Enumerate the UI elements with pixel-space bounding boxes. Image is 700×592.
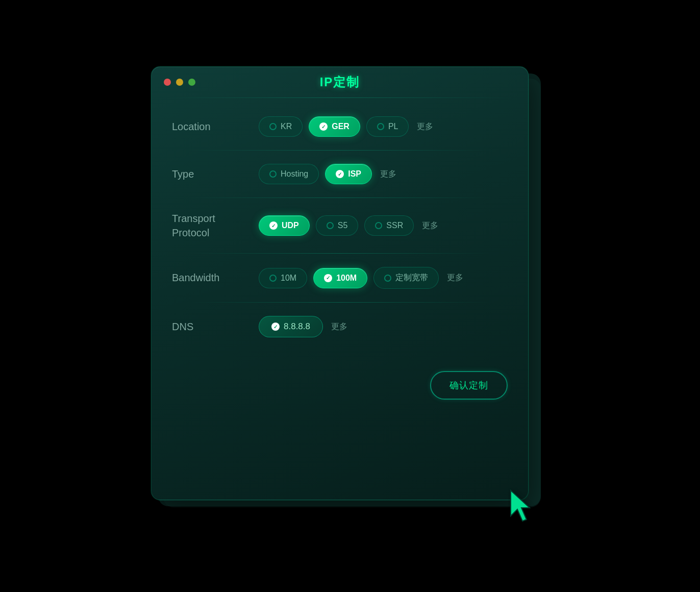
check-icon (269, 221, 278, 230)
location-kr-button[interactable]: KR (259, 116, 303, 137)
titlebar: IP定制 (152, 67, 528, 97)
dns-value-button[interactable]: 8.8.8.8 (259, 316, 323, 337)
type-isp-button[interactable]: ISP (325, 164, 372, 184)
window-title: IP定制 (320, 74, 360, 90)
bandwidth-100m-button[interactable]: 100M (313, 268, 367, 288)
transport-udp-label: UDP (282, 221, 299, 230)
type-isp-label: ISP (348, 169, 361, 179)
radio-dot (269, 170, 277, 178)
bandwidth-more[interactable]: 更多 (447, 273, 463, 283)
transport-more[interactable]: 更多 (422, 220, 438, 231)
transport-s5-label: S5 (338, 221, 348, 230)
location-ger-label: GER (332, 122, 349, 131)
bandwidth-label: Bandwidth (172, 272, 248, 284)
location-kr-label: KR (281, 122, 292, 131)
location-options: KR GER PL 更多 (259, 116, 433, 137)
bandwidth-options: 10M 100M 定制宽带 更多 (259, 267, 463, 289)
location-pl-button[interactable]: PL (366, 116, 409, 137)
type-hosting-label: Hosting (281, 169, 308, 179)
location-ger-button[interactable]: GER (309, 116, 360, 137)
maximize-button[interactable] (188, 79, 195, 86)
transport-udp-button[interactable]: UDP (259, 215, 310, 236)
transport-ssr-label: SSR (386, 221, 403, 230)
radio-dot (384, 275, 391, 282)
type-label: Type (172, 168, 248, 180)
location-pl-label: PL (388, 122, 398, 131)
close-button[interactable] (164, 79, 171, 86)
check-icon (324, 274, 332, 282)
location-row: Location KR GER PL 更多 (172, 103, 508, 150)
type-hosting-button[interactable]: Hosting (259, 164, 319, 184)
type-row: Type Hosting ISP 更多 (172, 151, 508, 198)
traffic-lights (164, 79, 195, 86)
check-icon (319, 122, 328, 131)
transport-s5-button[interactable]: S5 (316, 215, 359, 236)
dns-row: DNS 8.8.8.8 更多 (172, 303, 508, 351)
bandwidth-10m-label: 10M (281, 274, 296, 283)
bandwidth-row: Bandwidth 10M 100M 定制宽带 更多 (172, 254, 508, 302)
content-area: Location KR GER PL 更多 (152, 98, 528, 356)
transport-ssr-button[interactable]: SSR (364, 215, 414, 236)
transport-label: Transport Protocol (172, 211, 248, 240)
main-window: IP定制 Location KR GER (151, 66, 529, 500)
location-more[interactable]: 更多 (417, 121, 433, 132)
radio-dot (327, 222, 334, 229)
radio-dot (269, 275, 277, 282)
bandwidth-custom-button[interactable]: 定制宽带 (373, 267, 439, 289)
bandwidth-10m-button[interactable]: 10M (259, 268, 307, 288)
confirm-button[interactable]: 确认定制 (430, 371, 508, 400)
transport-row: Transport Protocol UDP S5 SSR (172, 198, 508, 253)
bandwidth-custom-label: 定制宽带 (395, 273, 428, 283)
minimize-button[interactable] (176, 79, 183, 86)
location-label: Location (172, 121, 248, 133)
radio-dot (377, 123, 384, 130)
dns-more[interactable]: 更多 (331, 322, 347, 332)
dns-label: DNS (172, 321, 248, 333)
bottom-section: 确认定制 (152, 356, 528, 415)
type-options: Hosting ISP 更多 (259, 164, 396, 184)
dns-value: 8.8.8.8 (284, 322, 310, 332)
bandwidth-100m-label: 100M (336, 274, 357, 283)
check-icon (271, 323, 280, 331)
radio-dot (269, 123, 277, 130)
radio-dot (375, 222, 382, 229)
check-icon (336, 170, 344, 178)
type-more[interactable]: 更多 (380, 169, 396, 180)
transport-options: UDP S5 SSR 更多 (259, 215, 438, 236)
dns-options: 8.8.8.8 更多 (259, 316, 347, 337)
